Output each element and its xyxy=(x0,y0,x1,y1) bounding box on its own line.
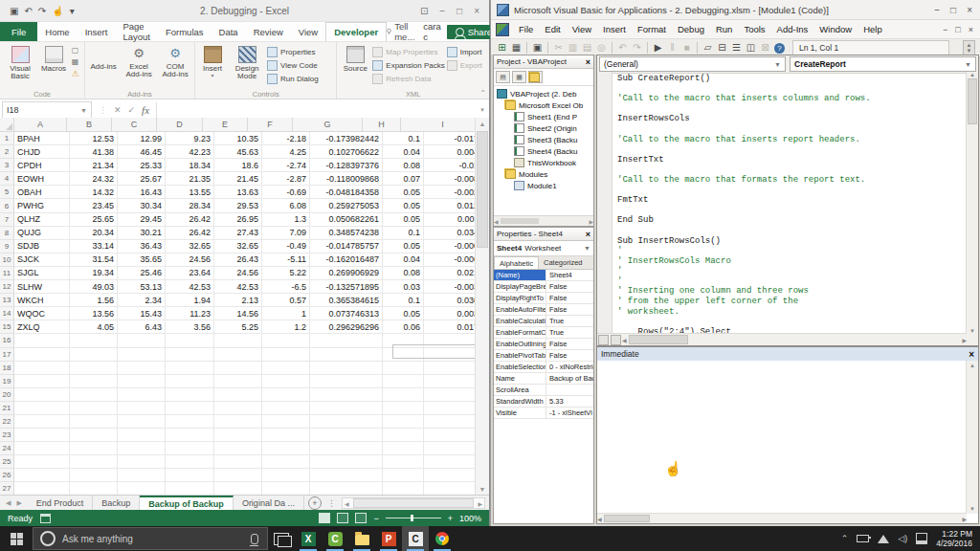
property-row-enableoutlining[interactable]: EnableOutliningFalse xyxy=(494,339,593,350)
task-view-button[interactable] xyxy=(268,526,295,551)
cell-F5[interactable]: -0.69 xyxy=(262,186,310,199)
property-row-name[interactable]: (Name)Sheet4 xyxy=(494,270,593,281)
cell-G4[interactable]: -0.118009868 xyxy=(310,172,383,186)
cell-G14[interactable]: 0.073746313 xyxy=(310,307,383,320)
cut-icon[interactable]: ✂ xyxy=(551,40,566,55)
scroll-up-icon[interactable]: ▲ xyxy=(476,118,489,129)
property-row-displayrightto[interactable]: DisplayRightToFalse xyxy=(494,293,593,304)
cell-B26[interactable] xyxy=(70,469,118,482)
project-panel-header[interactable]: Project - VBAProject × xyxy=(494,55,593,69)
map-properties-button[interactable]: Map Properties xyxy=(372,46,444,57)
row-header-1[interactable]: 1 xyxy=(0,132,14,145)
property-value[interactable]: False xyxy=(546,281,593,292)
cell-I10[interactable]: -0.006480659 xyxy=(424,253,476,267)
property-value[interactable]: False xyxy=(546,350,593,361)
code-scroll-up-icon[interactable]: ▲ xyxy=(969,72,975,77)
cell-E1[interactable]: 10.35 xyxy=(214,132,262,145)
column-header-H[interactable]: H xyxy=(363,118,401,132)
hscroll-thumb[interactable] xyxy=(353,498,475,508)
relative-references-icon[interactable]: ▦ xyxy=(70,57,80,67)
cell-F7[interactable]: 1.3 xyxy=(262,213,310,227)
mdi-minimize-icon[interactable]: − xyxy=(943,25,947,34)
property-row-scrollarea[interactable]: ScrollArea xyxy=(494,385,593,396)
cell-A10[interactable]: SJCK xyxy=(14,253,70,267)
vba-menu-insert[interactable]: Insert xyxy=(597,24,632,34)
ribbon-tab-insert[interactable]: Insert xyxy=(78,22,116,41)
cell-H16[interactable] xyxy=(383,334,424,347)
cell-G25[interactable] xyxy=(310,455,383,469)
cell-C10[interactable]: 35.65 xyxy=(118,253,166,267)
cell-G24[interactable] xyxy=(310,442,383,455)
cell-F26[interactable] xyxy=(262,469,310,482)
project-hscroll-left-icon[interactable]: ◀ xyxy=(494,218,499,225)
taskbar-camtasia-recorder-button[interactable]: C xyxy=(402,526,429,551)
code-vertical-scrollbar[interactable]: ▲ ▼ xyxy=(966,72,978,334)
cell-H4[interactable]: 0.07 xyxy=(383,172,424,186)
cell-C9[interactable]: 36.43 xyxy=(118,240,166,253)
grid-horizontal-scrollbar[interactable]: ◀ ▶ xyxy=(342,497,485,509)
procedure-dropdown-caret-icon[interactable]: ▼ xyxy=(965,61,971,68)
property-value[interactable]: True xyxy=(546,327,593,338)
cell-E13[interactable]: 2.13 xyxy=(214,294,262,307)
cell-I9[interactable]: -0.000739288 xyxy=(424,240,476,253)
cell-C14[interactable]: 15.43 xyxy=(118,307,166,320)
property-value[interactable]: False xyxy=(546,304,593,315)
toggle-folders-icon[interactable] xyxy=(528,71,543,83)
cell-F21[interactable] xyxy=(262,402,310,415)
cell-F8[interactable]: 7.09 xyxy=(262,227,310,240)
cell-C26[interactable] xyxy=(118,469,166,482)
row-header-24[interactable]: 24 xyxy=(0,442,14,455)
full-module-view-icon[interactable] xyxy=(611,335,621,345)
cell-G21[interactable] xyxy=(310,402,383,415)
battery-icon[interactable] xyxy=(857,535,869,542)
taskbar-camtasia-button[interactable]: C xyxy=(322,526,348,551)
source-button[interactable]: Source xyxy=(340,44,370,88)
vba-menu-file[interactable]: File xyxy=(513,24,539,34)
cell-I4[interactable]: -0.008260691 xyxy=(424,172,476,186)
cell-B19[interactable] xyxy=(70,375,118,388)
cell-H19[interactable] xyxy=(383,375,424,388)
cell-D5[interactable]: 13.55 xyxy=(166,186,214,199)
project-item-sheet1-end-p[interactable]: Sheet1 (End P xyxy=(494,111,593,122)
cell-I2[interactable]: 0.004108265 xyxy=(424,145,476,159)
cell-E26[interactable] xyxy=(214,469,262,482)
code-vscroll-thumb[interactable] xyxy=(968,78,977,124)
cell-B2[interactable]: 41.38 xyxy=(70,145,118,159)
project-item-vbaproject-2-deb[interactable]: VBAProject (2. Deb xyxy=(494,88,593,99)
cell-B14[interactable]: 13.56 xyxy=(70,307,118,320)
project-panel-close-icon[interactable]: × xyxy=(586,57,590,67)
cell-E2[interactable]: 45.63 xyxy=(214,145,262,159)
refresh-data-button[interactable]: Refresh Data xyxy=(372,73,444,84)
ribbon-tab-formulas[interactable]: Formulas xyxy=(158,22,212,41)
cell-F19[interactable] xyxy=(262,375,310,388)
sheet-tab-end-product[interactable]: End Product xyxy=(28,496,94,511)
customize-qat-icon[interactable]: ▾ xyxy=(70,6,75,16)
formula-bar-expand-icon[interactable]: ▾ xyxy=(476,106,489,114)
cell-G18[interactable] xyxy=(310,362,383,375)
cell-I16[interactable] xyxy=(424,334,476,347)
cell-D9[interactable]: 32.65 xyxy=(166,240,214,253)
hscroll-left-icon[interactable]: ◀ xyxy=(343,500,351,507)
row-header-12[interactable]: 12 xyxy=(0,280,14,294)
view-object-icon[interactable]: ▦ xyxy=(512,71,526,83)
cell-H1[interactable]: 0.1 xyxy=(383,132,424,145)
property-row-standardwidth[interactable]: StandardWidth5.33 xyxy=(494,396,593,408)
macro-record-icon[interactable] xyxy=(40,514,51,523)
cell-C13[interactable]: 2.34 xyxy=(118,294,166,307)
cell-G3[interactable]: -0.128397376 xyxy=(310,159,383,172)
project-item-sheet3-backu[interactable]: Sheet3 (Backu xyxy=(494,134,593,145)
cell-E3[interactable]: 18.6 xyxy=(214,159,262,172)
cell-D13[interactable]: 1.94 xyxy=(166,294,214,307)
macro-security-icon[interactable]: ⚠ xyxy=(70,69,80,78)
cell-D7[interactable]: 26.42 xyxy=(166,213,214,227)
project-item-thisworkbook[interactable]: ThisWorkbook xyxy=(494,157,593,168)
row-header-27[interactable]: 27 xyxy=(0,482,14,495)
cell-D4[interactable]: 21.35 xyxy=(166,172,214,186)
redo-icon[interactable]: ↷ xyxy=(38,6,46,16)
cell-B7[interactable]: 25.65 xyxy=(70,213,118,227)
cell-H5[interactable]: 0.05 xyxy=(383,186,424,199)
vscroll-thumb[interactable] xyxy=(477,131,488,248)
project-hscroll-thumb[interactable] xyxy=(501,218,539,224)
cell-C1[interactable]: 12.99 xyxy=(118,132,166,145)
mdi-close-icon[interactable]: × xyxy=(969,25,973,34)
